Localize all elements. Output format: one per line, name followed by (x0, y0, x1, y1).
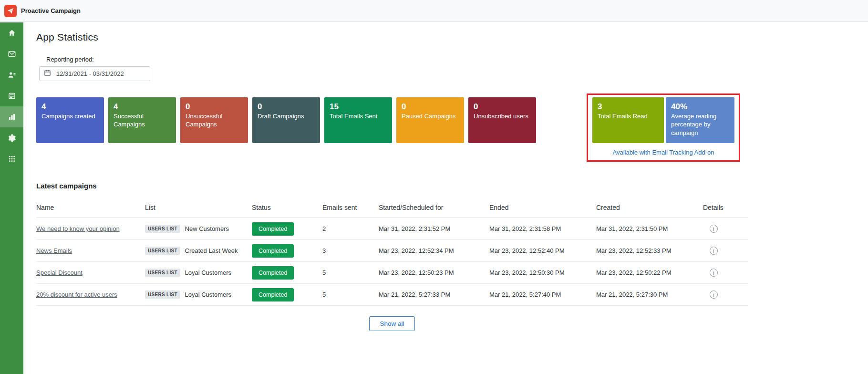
app-title: Proactive Campaign (21, 7, 81, 14)
status-badge: Completed (252, 266, 294, 280)
sidebar-item-settings[interactable] (0, 127, 23, 148)
column-header-details: Details (703, 199, 748, 218)
details-info-icon[interactable] (710, 225, 718, 233)
campaign-name-link[interactable]: Special Discount (36, 269, 83, 276)
reporting-period-input[interactable] (39, 66, 150, 81)
stat-label: Unsubscribed users (474, 112, 531, 120)
email-tracking-highlight-box: 3 Total Emails Read 40% Average reading … (587, 94, 740, 162)
users-list-badge: USERS LIST (145, 225, 180, 233)
stat-label: Unsuccessful Campaigns (186, 112, 243, 128)
show-all-button[interactable]: Show all (369, 316, 414, 331)
stat-value: 0 (474, 102, 531, 112)
status-badge: Completed (252, 288, 294, 301)
statistics-icon (8, 113, 16, 121)
list-name: Created Last Week (185, 247, 238, 254)
started-value: Mar 31, 2022, 2:31:52 PM (379, 225, 450, 232)
created-value: Mar 21, 2022, 5:27:30 PM (596, 291, 668, 298)
ended-value: Mar 23, 2022, 12:50:30 PM (489, 269, 565, 276)
stat-value: 15 (330, 102, 387, 112)
stat-value: 40% (671, 102, 729, 112)
apps-grid-icon (8, 155, 16, 163)
topbar: Proactive Campaign (0, 0, 868, 22)
stat-label: Paused Campaigns (402, 112, 459, 120)
mail-icon (8, 50, 16, 58)
table-row: Special Discount USERS LIST Loyal Custom… (36, 262, 748, 284)
tracking-cards: 3 Total Emails Read 40% Average reading … (592, 97, 734, 143)
created-value: Mar 23, 2022, 12:50:22 PM (596, 269, 672, 276)
page-title: App Statistics (36, 31, 868, 43)
list-name: Loyal Customers (185, 291, 232, 298)
campaigns-table: Name List Status Emails sent Started/Sch… (36, 199, 748, 306)
created-value: Mar 31, 2022, 2:31:50 PM (596, 225, 668, 232)
status-badge: Completed (252, 222, 294, 236)
campaign-name-link[interactable]: News Emails (36, 247, 72, 254)
ended-value: Mar 23, 2022, 12:52:40 PM (489, 247, 565, 254)
started-value: Mar 23, 2022, 12:50:23 PM (379, 269, 454, 276)
stat-card-successful-campaigns: 4 Successful Campaigns (108, 97, 176, 143)
sidebar-item-apps[interactable] (0, 148, 23, 169)
status-badge: Completed (252, 244, 294, 258)
sidebar (0, 22, 23, 374)
stat-card-unsubscribed-users: 0 Unsubscribed users (468, 97, 536, 143)
column-header-ended: Ended (489, 199, 596, 218)
list-name: New Customers (185, 225, 229, 232)
stat-value: 0 (258, 102, 315, 112)
column-header-emails-sent: Emails sent (322, 199, 379, 218)
table-row: We need to know your opinion USERS LIST … (36, 218, 748, 240)
details-info-icon[interactable] (710, 247, 718, 255)
email-tracking-addon-link[interactable]: Available with Email Tracking Add-on (592, 149, 734, 156)
sidebar-item-statistics[interactable] (0, 106, 23, 127)
started-value: Mar 21, 2022, 5:27:33 PM (379, 291, 450, 298)
reporting-period-value[interactable] (55, 70, 145, 78)
ended-value: Mar 21, 2022, 5:27:40 PM (489, 291, 561, 298)
sidebar-item-mail[interactable] (0, 43, 23, 64)
stat-card-campaigns-created: 4 Campaigns created (36, 97, 104, 143)
contacts-icon (8, 71, 16, 79)
stat-card-average-reading-percentage: 40% Average reading percentage by campai… (666, 97, 734, 143)
emails-sent-value: 5 (322, 291, 326, 298)
stat-card-unsuccessful-campaigns: 0 Unsuccessful Campaigns (180, 97, 248, 143)
reporting-period-label: Reporting period: (46, 56, 868, 63)
gear-icon (7, 134, 16, 143)
details-info-icon[interactable] (710, 291, 718, 299)
stat-value: 4 (114, 102, 171, 112)
emails-sent-value: 3 (322, 247, 326, 254)
stat-card-total-emails-sent: 15 Total Emails Sent (324, 97, 392, 143)
lists-icon (8, 92, 16, 100)
column-header-created: Created (596, 199, 703, 218)
emails-sent-value: 5 (322, 269, 326, 276)
table-row: News Emails USERS LIST Created Last Week… (36, 240, 748, 262)
details-info-icon[interactable] (710, 269, 718, 277)
column-header-status: Status (252, 199, 322, 218)
table-header-row: Name List Status Emails sent Started/Sch… (36, 199, 748, 218)
stat-card-total-emails-read: 3 Total Emails Read (592, 97, 664, 143)
stat-card-paused-campaigns: 0 Paused Campaigns (396, 97, 464, 143)
users-list-badge: USERS LIST (145, 247, 180, 255)
stat-label: Successful Campaigns (114, 112, 171, 128)
sidebar-item-lists[interactable] (0, 85, 23, 106)
reporting-period-section: Reporting period: (39, 56, 868, 81)
latest-campaigns-title: Latest campaigns (36, 182, 868, 190)
stat-label: Draft Campaigns (258, 112, 315, 120)
stat-value: 0 (402, 102, 459, 112)
stat-card-draft-campaigns: 0 Draft Campaigns (252, 97, 320, 143)
users-list-badge: USERS LIST (145, 291, 180, 299)
column-header-started: Started/Scheduled for (379, 199, 489, 218)
list-name: Loyal Customers (185, 269, 232, 276)
campaign-name-link[interactable]: 20% discount for active users (36, 291, 117, 298)
calendar-icon (44, 69, 51, 78)
stats-cards-row: 4 Campaigns created 4 Successful Campaig… (36, 94, 748, 162)
campaign-name-link[interactable]: We need to know your opinion (36, 225, 120, 232)
stat-label: Total Emails Read (598, 112, 659, 120)
sidebar-item-contacts[interactable] (0, 64, 23, 85)
column-header-list: List (145, 199, 252, 218)
users-list-badge: USERS LIST (145, 269, 180, 277)
stat-value: 4 (41, 102, 99, 112)
show-all-container: Show all (36, 316, 748, 331)
created-value: Mar 23, 2022, 12:52:33 PM (596, 247, 672, 254)
sidebar-item-home[interactable] (0, 22, 23, 43)
main-content: App Statistics Reporting period: 4 Campa… (23, 22, 868, 374)
table-row: 20% discount for active users USERS LIST… (36, 284, 748, 306)
stat-label: Total Emails Sent (330, 112, 387, 120)
started-value: Mar 23, 2022, 12:52:34 PM (379, 247, 454, 254)
